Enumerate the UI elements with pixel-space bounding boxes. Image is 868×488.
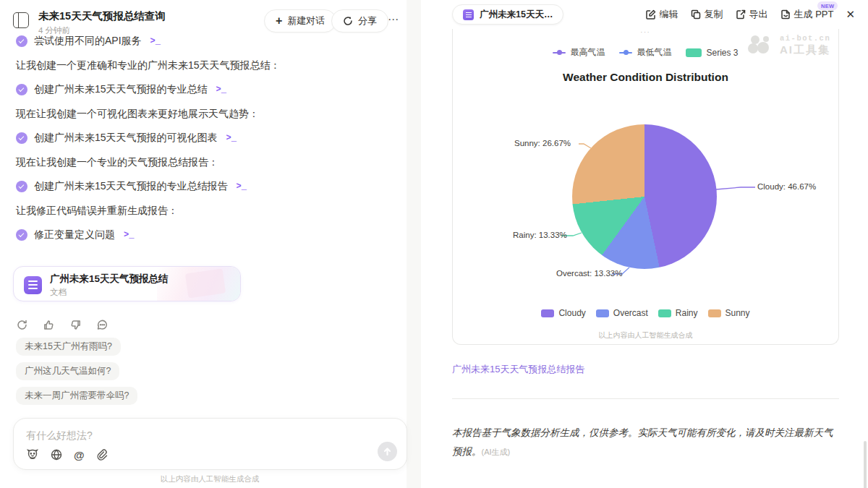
sidebar-toggle-icon[interactable] xyxy=(13,12,29,28)
legend-item-series3[interactable]: Series 3 xyxy=(686,48,738,58)
report-link[interactable]: 广州未来15天天气预报总结报告 xyxy=(452,363,584,376)
legend-swatch xyxy=(708,309,721,317)
pie-label-overcast: Overcast: 13.33% xyxy=(556,269,622,278)
web-search-icon[interactable] xyxy=(50,448,63,461)
legend-item-max-temp[interactable]: 最高气温 xyxy=(553,46,605,59)
check-icon xyxy=(16,84,27,95)
chat-messages: 尝试使用不同的API服务 >_ 让我创建一个更准确和专业的广州未来15天天气预报… xyxy=(16,34,383,252)
generate-ppt-button[interactable]: NEW 生成 PPT xyxy=(780,8,834,21)
pie-label-cloudy: Cloudy: 46.67% xyxy=(757,182,816,191)
terminal-icon[interactable]: >_ xyxy=(237,181,247,192)
more-options-button[interactable]: ⋯ xyxy=(388,13,399,26)
suggestion-chip[interactable]: 未来一周广州需要带伞吗? xyxy=(16,387,137,405)
new-badge: NEW xyxy=(817,1,838,10)
task-label: 修正变量定义问题 xyxy=(34,228,115,241)
chart-card: ··· 最高气温 最低气温 xyxy=(452,29,839,345)
terminal-icon[interactable]: >_ xyxy=(216,85,226,95)
task-label: 创建广州未来15天天气预报的专业总结报告 xyxy=(34,180,228,193)
line-dot-marker xyxy=(553,50,566,56)
ai-generated-notice: 以上内容由人工智能生成合成 xyxy=(453,330,838,341)
copy-icon xyxy=(691,9,701,20)
check-icon xyxy=(16,35,27,47)
chat-scrollbar-track[interactable] xyxy=(407,0,421,488)
terminal-icon[interactable]: >_ xyxy=(226,133,237,143)
task-row[interactable]: 尝试使用不同的API服务 >_ xyxy=(16,34,383,48)
legend-item-rainy[interactable]: Rainy xyxy=(658,308,698,318)
document-header: 广州未来15天天… 编辑 复制 导出 NEW 生成 PPT xyxy=(434,0,868,29)
ppt-icon xyxy=(780,9,791,20)
task-label: 尝试使用不同的API服务 xyxy=(34,35,142,48)
task-row[interactable]: 创建广州未来15天天气预报的专业总结 >_ xyxy=(16,82,383,97)
feedback-icon[interactable] xyxy=(96,319,109,331)
legend-item-cloudy[interactable]: Cloudy xyxy=(541,308,585,318)
legend-item-sunny[interactable]: Sunny xyxy=(708,308,750,318)
thumbs-up-icon[interactable] xyxy=(43,319,55,331)
document-content: ··· 最高气温 最低气温 xyxy=(434,29,868,488)
watermark-logo-icon xyxy=(746,33,774,58)
task-label: 创建广州未来15天天气预报的专业总结 xyxy=(34,83,208,96)
legend-item-overcast[interactable]: Overcast xyxy=(596,308,648,318)
document-tab[interactable]: 广州未来15天天… xyxy=(452,4,563,25)
document-thumbnail xyxy=(157,267,240,301)
section-divider xyxy=(452,398,839,399)
ai-tag: (AI生成) xyxy=(482,448,511,456)
share-icon xyxy=(343,16,353,26)
document-tab-title: 广州未来15天天… xyxy=(480,9,553,21)
export-icon xyxy=(736,9,746,20)
suggestion-chip[interactable]: 未来15天广州有雨吗? xyxy=(16,338,121,356)
legend-swatch xyxy=(596,309,609,317)
agent-skill-icon[interactable] xyxy=(26,448,39,461)
task-row[interactable]: 修正变量定义问题 >_ xyxy=(16,228,383,242)
chat-header: 未来15天天气预报总结查询 4 分钟前 xyxy=(13,9,166,36)
close-panel-button[interactable]: ✕ xyxy=(846,8,855,21)
edit-button[interactable]: 编辑 xyxy=(646,8,678,21)
document-title: 广州未来15天天气预报总结 xyxy=(50,273,169,286)
assistant-text: 让我创建一个更准确和专业的广州未来15天天气预报总结： xyxy=(16,59,383,73)
edit-icon xyxy=(646,9,656,20)
message-actions xyxy=(16,319,109,331)
export-button[interactable]: 导出 xyxy=(736,8,768,21)
ai-generated-notice: 以上内容由人工智能生成合成 xyxy=(0,474,420,484)
new-chat-button[interactable]: + 新建对话 xyxy=(264,9,336,33)
suggestion-chip[interactable]: 广州这几天气温如何? xyxy=(16,362,119,380)
document-scrollbar-thumb[interactable] xyxy=(864,441,867,488)
thumbs-down-icon[interactable] xyxy=(69,319,82,331)
share-label: 分享 xyxy=(358,14,377,27)
assistant-text: 现在让我创建一个可视化图表来更好地展示天气趋势： xyxy=(16,107,383,121)
document-attachment-card[interactable]: 广州未来15天天气预报总结 文档 xyxy=(13,266,241,301)
input-placeholder: 有什么好想法? xyxy=(26,429,93,442)
report-disclaimer: 本报告基于气象数据分析生成，仅供参考。实际天气可能有所变化，请及时关注最新天气预… xyxy=(452,424,834,461)
line-dot-marker xyxy=(619,50,632,56)
document-panel: 广州未来15天天… 编辑 复制 导出 NEW 生成 PPT xyxy=(434,0,868,488)
watermark: ai-bot.cn AI工具集 xyxy=(746,33,830,58)
send-button[interactable] xyxy=(378,442,397,461)
regenerate-icon[interactable] xyxy=(16,319,28,331)
share-button[interactable]: 分享 xyxy=(331,9,388,33)
terminal-icon[interactable]: >_ xyxy=(124,230,134,240)
terminal-icon[interactable]: >_ xyxy=(150,36,161,46)
watermark-brand: AI工具集 xyxy=(780,43,830,57)
legend-swatch xyxy=(658,309,671,317)
message-input[interactable]: 有什么好想法? @ xyxy=(13,418,407,470)
pie-chart-title: Weather Condition Distribution xyxy=(453,71,838,84)
task-row[interactable]: 创建广州未来15天天气预报的专业总结报告 >_ xyxy=(16,179,383,194)
suggested-questions: 未来15天广州有雨吗? 广州这几天气温如何? 未来一周广州需要带伞吗? xyxy=(16,338,137,405)
attachment-icon[interactable] xyxy=(95,448,109,461)
task-row[interactable]: 创建广州未来15天天气预报的可视化图表 >_ xyxy=(16,131,383,145)
pie-chart xyxy=(572,124,717,269)
document-type-label: 文档 xyxy=(50,287,169,298)
check-icon xyxy=(16,132,27,144)
mention-icon[interactable]: @ xyxy=(74,449,85,461)
chat-title: 未来15天天气预报总结查询 xyxy=(38,9,166,23)
pie-label-sunny: Sunny: 26.67% xyxy=(514,139,571,147)
copy-button[interactable]: 复制 xyxy=(691,8,723,21)
check-icon xyxy=(16,229,27,241)
rect-marker xyxy=(686,48,702,57)
assistant-text: 让我修正代码错误并重新生成报告： xyxy=(16,204,383,218)
legend-item-min-temp[interactable]: 最低气温 xyxy=(619,46,671,59)
assistant-text: 现在让我创建一个专业的天气预报总结报告： xyxy=(16,155,383,170)
document-icon xyxy=(463,9,474,20)
chat-panel: 未来15天天气预报总结查询 4 分钟前 + 新建对话 分享 ⋯ 尝试使用不同的A… xyxy=(0,0,434,488)
pie-legend: Cloudy Overcast Rainy Sunny xyxy=(453,308,838,318)
document-icon xyxy=(24,276,42,294)
